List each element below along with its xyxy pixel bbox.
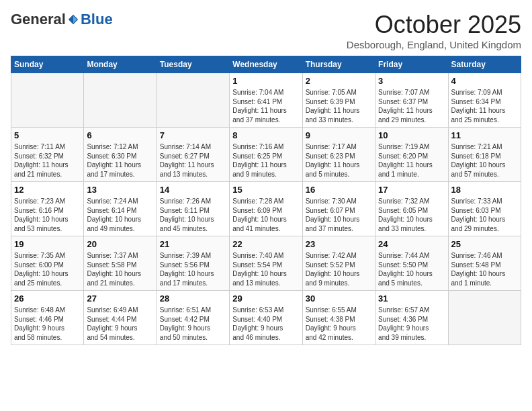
day-info: Sunrise: 7:23 AM Sunset: 6:16 PM Dayligh…	[14, 197, 81, 233]
table-row: 11Sunrise: 7:21 AM Sunset: 6:18 PM Dayli…	[448, 128, 521, 182]
day-info: Sunrise: 6:55 AM Sunset: 4:38 PM Dayligh…	[306, 306, 372, 342]
day-number: 5	[14, 130, 81, 140]
day-info: Sunrise: 7:28 AM Sunset: 6:09 PM Dayligh…	[232, 197, 299, 233]
col-wednesday: Wednesday	[230, 56, 302, 73]
day-number: 9	[306, 130, 372, 140]
logo-icon	[67, 13, 79, 26]
day-number: 12	[14, 185, 81, 195]
day-number: 15	[232, 185, 299, 195]
day-number: 25	[451, 239, 518, 249]
table-row: 21Sunrise: 7:39 AM Sunset: 5:56 PM Dayli…	[157, 236, 229, 291]
day-info: Sunrise: 6:48 AM Sunset: 4:46 PM Dayligh…	[14, 306, 81, 342]
day-info: Sunrise: 6:49 AM Sunset: 4:44 PM Dayligh…	[87, 306, 153, 342]
table-row: 24Sunrise: 7:44 AM Sunset: 5:50 PM Dayli…	[375, 236, 448, 291]
day-info: Sunrise: 7:40 AM Sunset: 5:54 PM Dayligh…	[232, 251, 299, 287]
table-row: 9Sunrise: 7:17 AM Sunset: 6:23 PM Daylig…	[302, 128, 375, 182]
table-row: 4Sunrise: 7:09 AM Sunset: 6:34 PM Daylig…	[448, 73, 521, 128]
day-info: Sunrise: 7:05 AM Sunset: 6:39 PM Dayligh…	[306, 88, 372, 124]
day-info: Sunrise: 7:24 AM Sunset: 6:14 PM Dayligh…	[87, 197, 153, 233]
table-row	[448, 291, 521, 345]
day-info: Sunrise: 7:14 AM Sunset: 6:27 PM Dayligh…	[160, 142, 226, 179]
day-number: 21	[160, 239, 226, 249]
col-tuesday: Tuesday	[157, 56, 229, 73]
table-row: 23Sunrise: 7:42 AM Sunset: 5:52 PM Dayli…	[302, 236, 375, 291]
day-number: 24	[378, 239, 445, 249]
day-number: 8	[232, 130, 299, 140]
logo-general-text: General	[11, 11, 66, 28]
table-row: 27Sunrise: 6:49 AM Sunset: 4:44 PM Dayli…	[84, 291, 157, 345]
table-row: 2Sunrise: 7:05 AM Sunset: 6:39 PM Daylig…	[302, 73, 375, 128]
table-row: 12Sunrise: 7:23 AM Sunset: 6:16 PM Dayli…	[11, 182, 84, 236]
day-number: 22	[232, 239, 299, 249]
day-number: 11	[451, 130, 518, 140]
table-row: 18Sunrise: 7:33 AM Sunset: 6:03 PM Dayli…	[448, 182, 521, 236]
day-info: Sunrise: 7:35 AM Sunset: 6:00 PM Dayligh…	[14, 251, 81, 287]
day-info: Sunrise: 7:09 AM Sunset: 6:34 PM Dayligh…	[451, 88, 518, 124]
logo-blue-text: Blue	[81, 11, 113, 28]
day-number: 18	[451, 185, 518, 195]
day-info: Sunrise: 7:44 AM Sunset: 5:50 PM Dayligh…	[378, 251, 445, 287]
table-row: 17Sunrise: 7:32 AM Sunset: 6:05 PM Dayli…	[375, 182, 448, 236]
col-sunday: Sunday	[11, 56, 84, 73]
table-row: 31Sunrise: 6:57 AM Sunset: 4:36 PM Dayli…	[375, 291, 448, 345]
day-number: 19	[14, 239, 81, 249]
table-row: 15Sunrise: 7:28 AM Sunset: 6:09 PM Dayli…	[230, 182, 302, 236]
day-info: Sunrise: 7:11 AM Sunset: 6:32 PM Dayligh…	[14, 142, 81, 179]
day-number: 20	[87, 239, 153, 249]
day-info: Sunrise: 6:53 AM Sunset: 4:40 PM Dayligh…	[232, 306, 299, 342]
title-block: October 2025 Desborough, England, United…	[347, 11, 521, 50]
day-number: 10	[378, 130, 445, 140]
day-info: Sunrise: 7:39 AM Sunset: 5:56 PM Dayligh…	[160, 251, 226, 287]
col-saturday: Saturday	[448, 56, 521, 73]
day-number: 30	[306, 293, 372, 304]
day-info: Sunrise: 7:33 AM Sunset: 6:03 PM Dayligh…	[451, 197, 518, 233]
location-text: Desborough, England, United Kingdom	[347, 39, 521, 50]
day-number: 31	[378, 293, 445, 304]
table-row	[157, 73, 229, 128]
month-title: October 2025	[347, 11, 521, 39]
day-info: Sunrise: 7:12 AM Sunset: 6:30 PM Dayligh…	[87, 142, 153, 179]
calendar-table: Sunday Monday Tuesday Wednesday Thursday…	[11, 56, 521, 345]
day-info: Sunrise: 6:57 AM Sunset: 4:36 PM Dayligh…	[378, 306, 445, 342]
table-row: 5Sunrise: 7:11 AM Sunset: 6:32 PM Daylig…	[11, 128, 84, 182]
day-number: 16	[306, 185, 372, 195]
day-number: 4	[451, 76, 518, 86]
day-number: 23	[306, 239, 372, 249]
day-info: Sunrise: 7:21 AM Sunset: 6:18 PM Dayligh…	[451, 142, 518, 179]
day-info: Sunrise: 7:19 AM Sunset: 6:20 PM Dayligh…	[378, 142, 445, 179]
day-info: Sunrise: 7:07 AM Sunset: 6:37 PM Dayligh…	[378, 88, 445, 124]
col-thursday: Thursday	[302, 56, 375, 73]
table-row: 30Sunrise: 6:55 AM Sunset: 4:38 PM Dayli…	[302, 291, 375, 345]
day-number: 13	[87, 185, 153, 195]
table-row: 29Sunrise: 6:53 AM Sunset: 4:40 PM Dayli…	[230, 291, 302, 345]
day-number: 26	[14, 293, 81, 304]
table-row: 3Sunrise: 7:07 AM Sunset: 6:37 PM Daylig…	[375, 73, 448, 128]
day-number: 14	[160, 185, 226, 195]
col-friday: Friday	[375, 56, 448, 73]
day-info: Sunrise: 7:17 AM Sunset: 6:23 PM Dayligh…	[306, 142, 372, 179]
day-info: Sunrise: 7:37 AM Sunset: 5:58 PM Dayligh…	[87, 251, 153, 287]
table-row: 16Sunrise: 7:30 AM Sunset: 6:07 PM Dayli…	[302, 182, 375, 236]
day-number: 27	[87, 293, 153, 304]
table-row: 28Sunrise: 6:51 AM Sunset: 4:42 PM Dayli…	[157, 291, 229, 345]
table-row: 8Sunrise: 7:16 AM Sunset: 6:25 PM Daylig…	[230, 128, 302, 182]
table-row	[84, 73, 157, 128]
table-row: 14Sunrise: 7:26 AM Sunset: 6:11 PM Dayli…	[157, 182, 229, 236]
day-info: Sunrise: 7:46 AM Sunset: 5:48 PM Dayligh…	[451, 251, 518, 287]
calendar-body: 1Sunrise: 7:04 AM Sunset: 6:41 PM Daylig…	[11, 73, 521, 345]
logo: General Blue	[11, 11, 113, 28]
day-number: 28	[160, 293, 226, 304]
table-row: 22Sunrise: 7:40 AM Sunset: 5:54 PM Dayli…	[230, 236, 302, 291]
day-number: 1	[232, 76, 299, 86]
day-number: 6	[87, 130, 153, 140]
day-info: Sunrise: 7:16 AM Sunset: 6:25 PM Dayligh…	[232, 142, 299, 179]
table-row: 19Sunrise: 7:35 AM Sunset: 6:00 PM Dayli…	[11, 236, 84, 291]
day-info: Sunrise: 7:42 AM Sunset: 5:52 PM Dayligh…	[306, 251, 372, 287]
table-row: 20Sunrise: 7:37 AM Sunset: 5:58 PM Dayli…	[84, 236, 157, 291]
table-row: 13Sunrise: 7:24 AM Sunset: 6:14 PM Dayli…	[84, 182, 157, 236]
day-number: 29	[232, 293, 299, 304]
day-info: Sunrise: 6:51 AM Sunset: 4:42 PM Dayligh…	[160, 306, 226, 342]
day-number: 17	[378, 185, 445, 195]
day-number: 2	[306, 76, 372, 86]
page-header: General Blue October 2025 Desborough, En…	[11, 11, 521, 50]
